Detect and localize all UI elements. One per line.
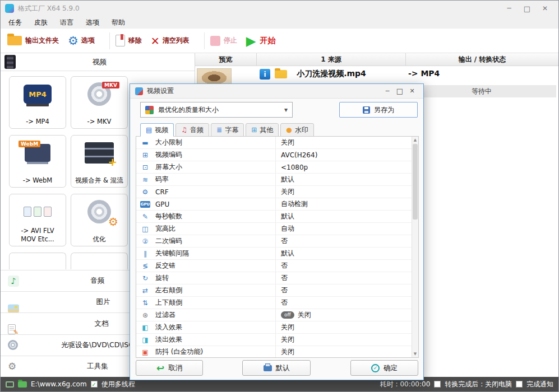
crf-icon: ⚙ bbox=[140, 188, 150, 196]
tile-optimize[interactable]: 优化 bbox=[71, 194, 128, 246]
menu-help[interactable]: 帮助 bbox=[112, 18, 125, 27]
maximize-icon[interactable] bbox=[518, 2, 536, 15]
output-target: -> MP4 bbox=[408, 69, 440, 78]
dialog-close-icon[interactable] bbox=[406, 86, 418, 96]
cancel-arrow-icon bbox=[156, 362, 164, 374]
remove-button[interactable]: 移除 bbox=[116, 35, 142, 46]
quality-profile-dropdown[interactable]: 最优化的质量和大小 bbox=[140, 102, 293, 118]
cancel-button[interactable]: 取消 bbox=[136, 360, 203, 376]
minimize-icon[interactable] bbox=[500, 2, 518, 15]
other-tab-icon bbox=[251, 126, 257, 134]
arrow-text: -> bbox=[408, 69, 418, 78]
output-path[interactable]: E:\www.x6g.com bbox=[31, 380, 87, 388]
filmstack-icon bbox=[85, 142, 114, 164]
tile-mp4[interactable]: MP4 -> MP4 bbox=[9, 76, 66, 129]
start-label: 开始 bbox=[260, 36, 275, 46]
output-folder-label: 输出文件夹 bbox=[25, 36, 59, 45]
setting-row-aspect-ratio[interactable]: ◫宽高比自动 bbox=[136, 223, 418, 235]
setting-row-screen-size[interactable]: ⊡屏幕大小<1080p bbox=[136, 161, 418, 174]
music-note-icon bbox=[8, 276, 19, 287]
save-as-button[interactable]: 另存为 bbox=[339, 102, 418, 118]
output-status-column-header: 输出 / 转换状态 bbox=[406, 53, 558, 66]
dialog-icon bbox=[135, 87, 143, 95]
stop-label: 停止 bbox=[224, 36, 237, 45]
elapsed-time: 耗时 : 00:00:00 bbox=[380, 380, 431, 389]
setting-row-bitrate[interactable]: ≋码率默认 bbox=[136, 174, 418, 186]
setting-row-video-encoder[interactable]: ⊞视频编码AVC(H264) bbox=[136, 149, 418, 161]
menu-bar: 任务 皮肤 语言 选项 帮助 bbox=[1, 16, 558, 29]
scrollbar-thumb[interactable] bbox=[413, 144, 418, 220]
scroll-down-icon[interactable] bbox=[412, 351, 418, 357]
multithread-checkbox[interactable] bbox=[91, 381, 98, 388]
setting-row-stabilize[interactable]: ▣防抖 (白金功能)关闭 bbox=[136, 346, 418, 358]
source-column-header: 1 来源 bbox=[257, 53, 406, 66]
mp4-box-icon: MP4 bbox=[24, 85, 52, 104]
scroll-up-icon[interactable] bbox=[412, 137, 418, 143]
setting-row-flip-vertical[interactable]: ⇅上下颠倒否 bbox=[136, 297, 418, 309]
setting-row-size-limit[interactable]: ▬大小限制关闭 bbox=[136, 137, 418, 149]
setting-row-fps[interactable]: ✎每秒帧数默认 bbox=[136, 211, 418, 223]
target-format: MP4 bbox=[421, 69, 440, 78]
multithread-label: 使用多线程 bbox=[101, 380, 135, 389]
app-window: 格式工厂 X64 5.9.0 任务 皮肤 语言 选项 帮助 输出文件夹 选项 移… bbox=[0, 0, 559, 392]
setting-row-fade-in[interactable]: ◧淡入效果关闭 bbox=[136, 321, 418, 334]
setting-row-flip-horizontal[interactable]: ⇄左右颠倒否 bbox=[136, 284, 418, 297]
output-path-folder-icon[interactable] bbox=[18, 381, 27, 388]
shutdown-after-label: 转换完成后 : 关闭电脑 bbox=[445, 380, 512, 389]
dialog-maximize-icon[interactable] bbox=[394, 86, 406, 96]
notify-checkbox[interactable] bbox=[516, 381, 523, 388]
menu-language[interactable]: 语言 bbox=[60, 18, 73, 27]
tile-partial[interactable] bbox=[71, 253, 128, 269]
tile-mkv[interactable]: MKV -> MKV bbox=[71, 76, 128, 129]
tile-avi-flv-mov[interactable]: -> AVI FLV MOV Etc... bbox=[9, 194, 66, 246]
tab-audio[interactable]: 音频 bbox=[175, 123, 209, 137]
setting-row-gpu[interactable]: GPUGPU自动检测 bbox=[136, 198, 418, 211]
start-button[interactable]: 开始 bbox=[246, 34, 276, 48]
check-circle-icon bbox=[371, 364, 380, 372]
cancel-label: 取消 bbox=[168, 363, 182, 373]
setting-row-fade-out[interactable]: ◨淡出效果关闭 bbox=[136, 334, 418, 346]
clear-list-button[interactable]: 清空列表 bbox=[151, 35, 190, 47]
menu-skin[interactable]: 皮肤 bbox=[34, 18, 48, 27]
settings-scrollbar[interactable] bbox=[412, 137, 418, 357]
setting-row-rotate[interactable]: ↻旋转否 bbox=[136, 272, 418, 284]
video-section-header[interactable]: 视频 bbox=[1, 53, 195, 71]
tab-watermark[interactable]: 水印 bbox=[280, 123, 313, 137]
shutdown-after-checkbox[interactable] bbox=[434, 381, 441, 388]
tile-label: 优化 bbox=[71, 235, 127, 243]
setting-row-two-pass[interactable]: ②二次编码否 bbox=[136, 235, 418, 248]
title-bar: 格式工厂 X64 5.9.0 bbox=[1, 1, 558, 16]
setting-row-deinterlace[interactable]: ≶反交错否 bbox=[136, 260, 418, 272]
off-toggle-badge[interactable]: off bbox=[281, 311, 294, 319]
default-icon bbox=[264, 365, 272, 371]
tab-other[interactable]: 其他 bbox=[246, 123, 279, 137]
mkv-badge: MKV bbox=[102, 82, 119, 88]
stop-button[interactable]: 停止 bbox=[210, 36, 237, 46]
tile-video-merge[interactable]: 视频合并 & 混流 bbox=[71, 135, 128, 188]
tile-partial[interactable] bbox=[9, 253, 66, 269]
chevron-down-icon bbox=[284, 106, 288, 114]
remove-label: 移除 bbox=[128, 36, 142, 45]
mp4-badge: MP4 bbox=[29, 90, 47, 99]
monitor-icon bbox=[6, 381, 14, 388]
options-button[interactable]: 选项 bbox=[68, 34, 95, 48]
setting-row-crf[interactable]: ⚙CRF关闭 bbox=[136, 186, 418, 198]
setting-row-filter[interactable]: ⊛过滤器off关闭 bbox=[136, 309, 418, 321]
tile-webm[interactable]: WebM -> WebM bbox=[9, 135, 66, 188]
close-icon[interactable] bbox=[536, 2, 554, 15]
default-button[interactable]: 默认 bbox=[242, 360, 311, 376]
dialog-minimize-icon[interactable] bbox=[381, 86, 394, 96]
settings-tabs: 视频 音频 字幕 其他 水印 bbox=[140, 123, 316, 137]
tab-subtitle[interactable]: 字幕 bbox=[211, 123, 244, 137]
deinterlace-icon: ≶ bbox=[140, 262, 150, 270]
source-filename: 小刀洗澡视频.mp4 bbox=[257, 69, 406, 79]
menu-tasks[interactable]: 任务 bbox=[8, 18, 22, 27]
output-folder-button[interactable]: 输出文件夹 bbox=[7, 36, 59, 45]
ok-button[interactable]: 确定 bbox=[350, 360, 418, 376]
setting-row-keyframe-interval[interactable]: ∥关键帧间隔默认 bbox=[136, 248, 418, 260]
tab-video[interactable]: 视频 bbox=[140, 123, 174, 137]
preview-column-header: 预览 bbox=[195, 53, 257, 66]
menu-options[interactable]: 选项 bbox=[86, 18, 99, 27]
tile-label: -> MP4 bbox=[10, 118, 66, 125]
cd-icon bbox=[87, 200, 111, 223]
